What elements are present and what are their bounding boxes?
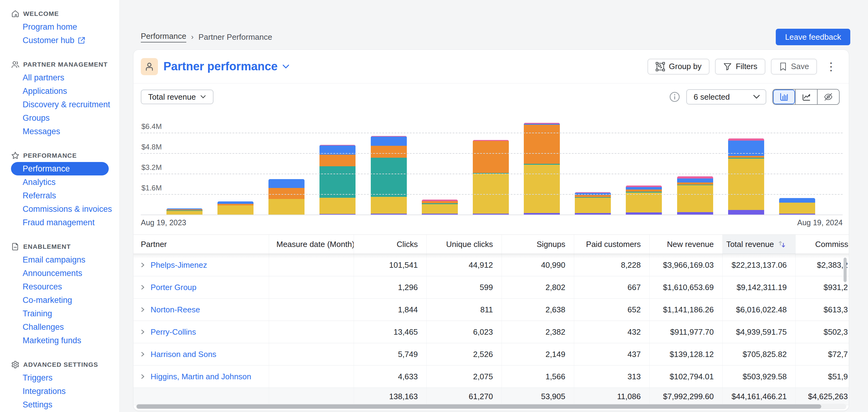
stacked-bar-nov-2023[interactable] — [319, 145, 355, 214]
column-header-unique-clicks[interactable]: Unique clicks — [427, 235, 502, 254]
chevron-right-icon[interactable] — [140, 306, 146, 313]
stacked-bar-feb-2024[interactable] — [473, 140, 509, 214]
sidebar-item-label: Announcements — [23, 269, 82, 278]
cell-value: 2,075 — [473, 372, 493, 381]
column-header-measure-date[interactable]: Measure date (Month) — [269, 235, 354, 254]
partner-name-link[interactable]: Harrison and Sons — [151, 350, 216, 359]
bar-segment — [677, 185, 713, 212]
partner-name-link[interactable]: Porter Group — [151, 283, 196, 292]
partner-name-link[interactable]: Norton-Reese — [151, 305, 200, 315]
filter-icon — [723, 62, 732, 71]
more-options-kebab-icon[interactable]: ⋮ — [823, 59, 840, 75]
sidebar-item-program-home[interactable]: Program home — [11, 20, 109, 34]
sidebar-item-training[interactable]: Training — [11, 307, 109, 320]
hide-chart-toggle[interactable] — [817, 90, 839, 104]
sidebar-item-integrations[interactable]: Integrations — [11, 384, 109, 398]
leave-feedback-button[interactable]: Leave feedback — [776, 29, 850, 45]
column-header-clicks[interactable]: Clicks — [354, 235, 427, 254]
column-header-new-revenue[interactable]: New revenue — [650, 235, 723, 254]
sidebar-item-groups[interactable]: Groups — [11, 111, 109, 125]
filters-button[interactable]: Filters — [715, 59, 765, 75]
cell-value: 2,382 — [546, 327, 565, 337]
bar-segment — [371, 158, 407, 197]
series-select-dropdown[interactable]: 6 selected — [686, 89, 766, 105]
column-header-commissions[interactable]: Commissions — [796, 235, 849, 254]
totals-cell-total-revenue: $44,161,466.21 — [723, 388, 796, 405]
sidebar-item-announcements[interactable]: Announcements — [11, 266, 109, 280]
cell-value: $4,939,591.75 — [736, 327, 787, 337]
sidebar-item-commissions-invoices[interactable]: Commissions & invoices — [11, 202, 109, 216]
cell-total-revenue: $503,929.58 — [723, 365, 796, 387]
table-horizontal-scrollbar-track[interactable] — [136, 404, 846, 409]
sidebar-item-performance[interactable]: Performance — [11, 162, 109, 175]
sidebar-item-triggers[interactable]: Triggers — [11, 371, 109, 384]
breadcrumb-performance[interactable]: Performance — [141, 31, 186, 42]
stacked-bar-oct-2023[interactable] — [269, 179, 305, 214]
stacked-bar-mar-2024[interactable] — [524, 123, 560, 214]
column-header-total-revenue[interactable]: Total revenue — [723, 235, 796, 254]
stacked-bar-apr-2024[interactable] — [575, 192, 611, 214]
sidebar-item-email-campaigns[interactable]: Email campaigns — [11, 253, 109, 266]
bar-segment — [677, 176, 713, 178]
line-chart-toggle[interactable] — [795, 90, 817, 104]
sidebar-item-fraud-management[interactable]: Fraud management — [11, 216, 109, 229]
cell-unique-clicks: 599 — [427, 276, 502, 298]
chevron-right-icon[interactable] — [140, 262, 146, 268]
partner-name-link[interactable]: Phelps-Jimenez — [151, 260, 207, 270]
sidebar-item-messages[interactable]: Messages — [11, 125, 109, 138]
page-title[interactable]: Partner performance — [163, 60, 290, 73]
stacked-bar-jun-2024[interactable] — [677, 176, 713, 214]
table-row: Phelps-Jimenez101,54144,91240,9908,228$3… — [133, 254, 849, 276]
stacked-bar-dec-2023[interactable] — [371, 136, 407, 214]
x-axis-start-label: Aug 19, 2023 — [141, 218, 186, 227]
bar-chart-toggle[interactable] — [773, 90, 795, 104]
sidebar-item-referrals[interactable]: Referrals — [11, 189, 109, 202]
stacked-bar-jul-2024[interactable] — [728, 139, 764, 214]
column-header-label: New revenue — [667, 240, 714, 249]
stacked-bar-may-2024[interactable] — [626, 185, 662, 214]
sidebar-item-marketing-funds[interactable]: Marketing funds — [11, 334, 109, 347]
sidebar-item-co-marketing[interactable]: Co-marketing — [11, 293, 109, 307]
table-vertical-scrollbar[interactable] — [843, 258, 847, 282]
sidebar-item-resources[interactable]: Resources — [11, 280, 109, 293]
chart-controls: Total revenue 6 selected — [141, 90, 840, 104]
totals-value: $44,161,466.21 — [732, 392, 787, 401]
stacked-bar-jan-2024[interactable] — [422, 200, 458, 214]
x-axis-end-label: Aug 19, 2024 — [797, 218, 843, 227]
sort-icon[interactable] — [777, 239, 787, 249]
column-header-partner[interactable]: Partner — [133, 235, 269, 254]
chevron-right-icon[interactable] — [140, 284, 146, 291]
sidebar-item-settings[interactable]: Settings — [11, 398, 109, 411]
totals-value: 61,270 — [468, 392, 493, 401]
chevron-right-icon[interactable] — [140, 329, 146, 335]
sidebar-item-label: Messages — [23, 127, 60, 136]
sidebar-item-label: Triggers — [23, 373, 53, 383]
sidebar-item-customer-hub[interactable]: Customer hub — [11, 34, 109, 47]
save-button[interactable]: Save — [771, 59, 817, 75]
stacked-bar-aug-2023[interactable] — [166, 208, 203, 214]
stacked-bar-sep-2023[interactable] — [217, 201, 253, 214]
bar-segment — [319, 214, 355, 214]
sidebar-item-discovery-recruitment[interactable]: Discovery & recruitment — [11, 98, 109, 111]
chevron-right-icon[interactable] — [140, 373, 146, 380]
sidebar-item-applications[interactable]: Applications — [11, 84, 109, 98]
column-header-paid-customers[interactable]: Paid customers — [574, 235, 650, 254]
cell-unique-clicks: 2,526 — [427, 343, 502, 365]
sidebar-item-challenges[interactable]: Challenges — [11, 320, 109, 334]
stacked-bar-aug-2024[interactable] — [779, 198, 815, 214]
table-totals-row: 138,16361,27053,90511,086$7,992,299.60$4… — [133, 388, 849, 405]
sidebar-item-label: Resources — [23, 282, 62, 292]
group-by-button[interactable]: Group by — [648, 59, 710, 75]
metric-dropdown[interactable]: Total revenue — [141, 90, 214, 104]
table-horizontal-scrollbar-thumb[interactable] — [136, 404, 821, 409]
partner-name-link[interactable]: Higgins, Martin and Johnson — [151, 372, 251, 381]
sidebar-item-all-partners[interactable]: All partners — [11, 71, 109, 84]
bar-segment — [626, 212, 662, 214]
chevron-right-icon[interactable] — [140, 351, 146, 358]
column-header-label: Unique clicks — [446, 240, 493, 249]
info-icon[interactable] — [669, 91, 680, 102]
partner-name-link[interactable]: Perry-Collins — [151, 327, 196, 337]
column-header-signups[interactable]: Signups — [502, 235, 574, 254]
cell-partner: Norton-Reese — [133, 299, 269, 321]
sidebar-item-analytics[interactable]: Analytics — [11, 175, 109, 189]
